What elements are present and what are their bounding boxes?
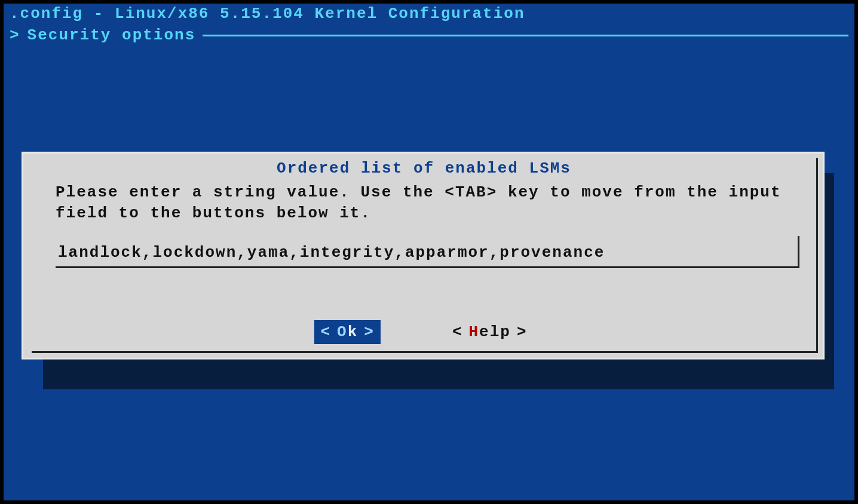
help-button[interactable]: < Help > (446, 320, 534, 344)
breadcrumb-caret-icon: > (10, 26, 20, 44)
angle-right-icon: > (364, 320, 375, 344)
screen-border-left (0, 0, 4, 504)
help-label-rest: elp (479, 323, 511, 341)
dialog-button-row: < Ok > < Help > (32, 324, 816, 339)
breadcrumb-divider (203, 35, 848, 36)
page-title: .config - Linux/x86 5.15.104 Kernel Conf… (10, 5, 525, 23)
dialog-instructions: Please enter a string value. Use the <TA… (56, 182, 798, 224)
breadcrumb: > Security options (10, 26, 848, 44)
help-hotkey: H (469, 323, 480, 341)
screen-border-top (0, 0, 858, 4)
angle-left-icon: < (452, 320, 463, 344)
string-input-dialog: Ordered list of enabled LSMs Please ente… (22, 152, 825, 359)
dialog-title: Ordered list of enabled LSMs (32, 159, 816, 177)
angle-right-icon: > (517, 320, 528, 344)
angle-left-icon: < (320, 320, 331, 344)
ok-label-rest: k (348, 323, 358, 341)
screen-border-bottom (0, 500, 858, 504)
ok-button[interactable]: < Ok > (314, 320, 380, 344)
screen-border-right (854, 0, 858, 504)
breadcrumb-section: Security options (27, 26, 196, 44)
ok-hotkey: O (337, 323, 348, 341)
dialog-frame: Ordered list of enabled LSMs Please ente… (32, 158, 818, 353)
lsm-input-wrap (56, 236, 799, 268)
lsm-order-input[interactable] (56, 236, 794, 266)
